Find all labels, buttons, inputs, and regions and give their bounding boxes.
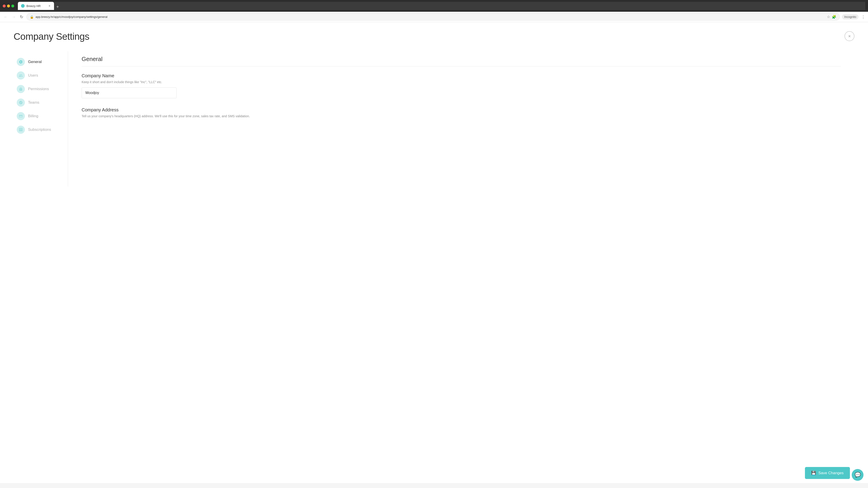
tab-title: Breezy HR [26,4,41,8]
reload-btn[interactable]: ↻ [19,14,24,20]
sidebar-item-subscriptions[interactable]: Subscriptions [13,123,68,136]
company-name-hint: Keep it short and don't include things l… [82,80,841,84]
browser-actions: Incognito ⋮ [842,14,865,20]
close-settings-btn[interactable]: × [844,31,855,41]
save-label: Save Changes [818,471,844,475]
content-area: General Company Name Keep it short and d… [68,51,855,187]
sidebar-item-users[interactable]: Users [13,69,68,82]
sidebar-item-billing[interactable]: Billing [13,110,68,123]
chat-icon: 💬 [855,472,861,478]
save-changes-btn[interactable]: 💾 Save Changes [805,467,850,479]
tab-close-btn[interactable]: × [48,4,51,8]
extensions-icon[interactable]: 🧩 [832,15,836,19]
permissions-icon [19,87,23,91]
company-name-label: Company Name [82,73,841,78]
window-maximize-btn[interactable] [11,4,14,7]
address-bar-icons: ☆ 🧩 [827,15,836,19]
page-title: Company Settings [13,31,89,42]
forward-btn[interactable]: → [11,14,17,20]
address-bar[interactable]: 🔒 app.breezy.hr/app/c/moodjoy/company/se… [26,13,840,21]
window-controls [3,4,14,7]
users-icon [19,73,23,77]
users-icon-bg [17,71,25,79]
sidebar: General Users Permissions [13,51,68,187]
incognito-label: Incognito [842,14,859,20]
browser-menu-btn[interactable]: ⋮ [861,14,865,20]
close-icon: × [848,34,851,39]
address-bar-row: ← → ↻ 🔒 app.breezy.hr/app/c/moodjoy/comp… [0,12,868,22]
url-text: app.breezy.hr/app/c/moodjoy/company/sett… [35,15,825,19]
page-content: Company Settings × General [0,22,868,483]
sidebar-item-permissions[interactable]: Permissions [13,83,68,95]
company-address-label: Company Address [82,107,841,112]
bookmark-icon[interactable]: ☆ [827,15,830,19]
sidebar-permissions-label: Permissions [28,87,49,91]
subscriptions-icon [19,128,23,132]
chat-bubble-btn[interactable]: 💬 [852,469,864,481]
window-close-btn[interactable] [3,4,6,7]
section-title: General [82,56,841,66]
gear-icon [19,60,23,64]
sidebar-item-general[interactable]: General [13,56,68,68]
new-tab-btn[interactable]: + [55,4,61,10]
tab-bar: Breezy HR × + [18,2,865,10]
main-layout: General Users Permissions [0,46,868,191]
sidebar-item-teams[interactable]: Teams [13,96,68,109]
back-btn[interactable]: ← [3,14,8,20]
sidebar-general-label: General [28,60,41,64]
billing-icon-bg [17,112,25,120]
sidebar-billing-label: Billing [28,114,38,119]
subscriptions-icon-bg [17,126,25,134]
company-name-input[interactable] [82,88,177,98]
window-minimize-btn[interactable] [7,4,10,7]
title-bar: Breezy HR × + [0,0,868,12]
sidebar-users-label: Users [28,73,38,78]
sidebar-teams-label: Teams [28,100,39,105]
billing-icon [19,114,23,118]
teams-icon [19,101,23,105]
active-tab[interactable]: Breezy HR × [18,2,54,10]
company-address-hint: Tell us your company's headquarters (HQ)… [82,114,841,118]
company-name-section: Company Name Keep it short and don't inc… [82,73,841,98]
browser-chrome: Breezy HR × + ← → ↻ 🔒 app.breezy.hr/app/… [0,0,868,22]
teams-icon-bg [17,98,25,107]
permissions-icon-bg [17,85,25,93]
tab-favicon [21,4,25,8]
save-btn-container: 💾 Save Changes [805,467,850,479]
general-icon-bg [17,58,25,66]
company-address-section: Company Address Tell us your company's h… [82,107,841,118]
sidebar-subscriptions-label: Subscriptions [28,127,51,132]
page-header: Company Settings × [0,22,868,46]
save-icon: 💾 [811,470,816,475]
